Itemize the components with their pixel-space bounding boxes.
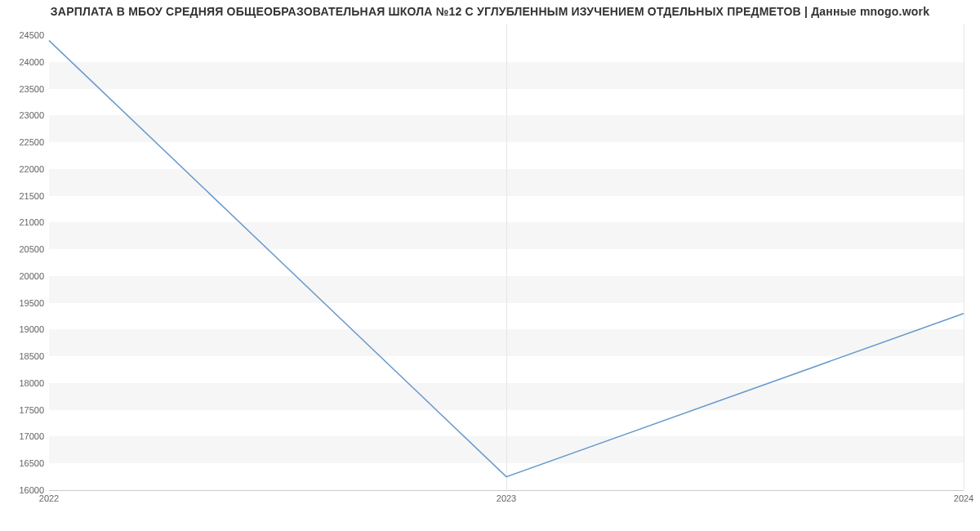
y-tick-label: 17500: [3, 405, 44, 415]
chart-container: ЗАРПЛАТА В МБОУ СРЕДНЯЯ ОБЩЕОБРАЗОВАТЕЛЬ…: [0, 0, 980, 531]
x-tick-label: 2023: [497, 493, 516, 503]
line-series: [49, 25, 964, 490]
y-tick-label: 20000: [3, 271, 44, 281]
grid-vline: [964, 25, 964, 490]
chart-title: ЗАРПЛАТА В МБОУ СРЕДНЯЯ ОБЩЕОБРАЗОВАТЕЛЬ…: [0, 5, 980, 18]
y-tick-label: 19000: [3, 324, 44, 334]
y-tick-label: 18000: [3, 378, 44, 388]
plot-area: [49, 25, 964, 491]
y-tick-label: 20500: [3, 244, 44, 254]
series-line: [49, 41, 964, 477]
x-tick-label: 2024: [954, 493, 973, 503]
y-tick-label: 21500: [3, 191, 44, 201]
y-tick-label: 18500: [3, 351, 44, 361]
y-tick-label: 22000: [3, 164, 44, 174]
y-tick-label: 22500: [3, 137, 44, 147]
y-tick-label: 24000: [3, 57, 44, 67]
y-tick-label: 19500: [3, 298, 44, 308]
y-tick-label: 23500: [3, 84, 44, 94]
y-tick-label: 21000: [3, 217, 44, 227]
y-tick-label: 16000: [3, 485, 44, 495]
y-tick-label: 16500: [3, 458, 44, 468]
y-tick-label: 17000: [3, 431, 44, 441]
y-tick-label: 24500: [3, 30, 44, 40]
y-tick-label: 23000: [3, 110, 44, 120]
